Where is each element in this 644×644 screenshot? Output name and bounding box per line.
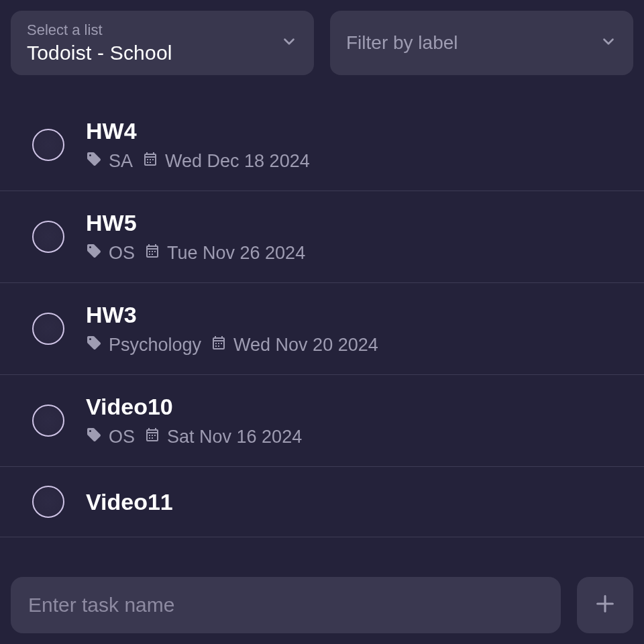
calendar-icon: [144, 243, 160, 264]
task-title: HW4: [86, 118, 310, 144]
task-row[interactable]: Video11: [0, 467, 644, 537]
task-title: Video10: [86, 394, 302, 420]
calendar-icon: [142, 151, 158, 172]
task-checkbox[interactable]: [32, 486, 64, 518]
list-selector-value: Todoist - School: [27, 42, 172, 64]
task-checkbox[interactable]: [32, 129, 64, 161]
tag-icon: [86, 335, 102, 356]
task-meta: OSTue Nov 26 2024: [86, 243, 305, 264]
chevron-down-icon: [600, 33, 617, 53]
new-task-bar: [0, 566, 644, 644]
chevron-down-icon: [280, 33, 298, 53]
tag-icon: [86, 243, 102, 264]
task-date: Sat Nov 16 2024: [167, 427, 302, 447]
task-checkbox[interactable]: [32, 405, 64, 437]
task-meta: OSSat Nov 16 2024: [86, 427, 302, 447]
add-task-button[interactable]: [577, 577, 633, 633]
task-row[interactable]: Video10OSSat Nov 16 2024: [0, 375, 644, 467]
task-tag: OS: [109, 243, 135, 264]
task-row[interactable]: HW4SAWed Dec 18 2024: [0, 99, 644, 191]
task-tag: SA: [109, 151, 133, 172]
task-row[interactable]: HW5OSTue Nov 26 2024: [0, 191, 644, 283]
label-filter-placeholder: Filter by label: [346, 32, 458, 54]
task-tag: OS: [109, 427, 135, 447]
plus-icon: [594, 592, 616, 618]
tag-icon: [86, 151, 102, 172]
calendar-icon: [144, 427, 160, 447]
task-tag: Psychology: [109, 335, 201, 356]
task-title: Video11: [86, 489, 173, 515]
list-selector[interactable]: Select a list Todoist - School: [11, 11, 314, 75]
list-selector-label: Select a list: [27, 21, 172, 39]
task-date: Wed Dec 18 2024: [165, 151, 310, 172]
task-row[interactable]: HW3PsychologyWed Nov 20 2024: [0, 283, 644, 375]
tag-icon: [86, 427, 102, 447]
task-title: HW5: [86, 210, 305, 236]
task-date: Wed Nov 20 2024: [233, 335, 378, 356]
task-meta: SAWed Dec 18 2024: [86, 151, 310, 172]
task-checkbox[interactable]: [32, 313, 64, 345]
task-date: Tue Nov 26 2024: [167, 243, 305, 264]
task-meta: PsychologyWed Nov 20 2024: [86, 335, 378, 356]
task-title: HW3: [86, 302, 378, 328]
task-checkbox[interactable]: [32, 221, 64, 253]
calendar-icon: [211, 335, 227, 356]
label-filter-selector[interactable]: Filter by label: [330, 11, 633, 75]
new-task-input[interactable]: [11, 577, 561, 633]
